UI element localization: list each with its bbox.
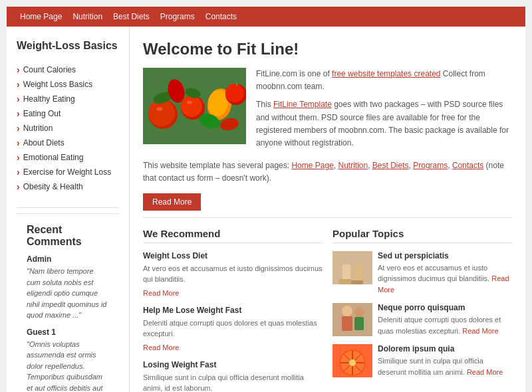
more-link-programs[interactable]: Programs [413,161,448,170]
popular-item-1: Sed ut perspiciatis At vero eos et accus… [332,251,512,296]
nav-nutrition[interactable]: Nutrition [72,12,102,21]
svg-rect-17 [332,251,372,284]
recommend-read-more-2[interactable]: Read More [143,343,179,351]
sidebar-item-weight-loss[interactable]: Weight Loss Basics [17,77,119,92]
svg-rect-24 [342,316,352,331]
sidebar-divider [17,207,119,208]
popular-title: Popular Topics [332,228,512,243]
sidebar-title: Weight-Loss Basics [17,40,119,54]
recommend-item-1: Weight Loss Diet At vero eos et accusamu… [143,251,323,298]
intro-link1[interactable]: free website templates created [332,69,440,78]
recommend-item-2: Help Me Lose Weight Fast Deleniti atque … [143,306,323,352]
intro-link2[interactable]: FitLine Template [273,100,332,109]
popular-thumb-2 [332,303,372,336]
comment-author-2: Guest 1 [27,328,109,337]
recommend-title: We Recommend [143,228,323,243]
intro-image [143,68,246,144]
recommend-col: We Recommend Weight Loss Diet At vero eo… [143,228,332,393]
more-info-before: This website template has several pages: [143,161,291,170]
bottom-sections: We Recommend Weight Loss Diet At vero eo… [143,217,512,393]
intro-text-before2: This [256,100,273,109]
popular-thumb-3 [332,344,372,377]
recent-comments-title: Recent Comments [27,224,109,248]
svg-rect-21 [351,280,363,284]
popular-content-2: Neque porro quisquam Deleniti atque corr… [378,303,512,336]
comment-text-1: "Nam libero tempore cum soluta nobis est… [27,266,109,321]
header: Home Page Nutrition Best Diets Programs … [7,7,525,27]
main-content: Weight-Loss Basics Count Calories Weight… [7,27,525,392]
intro-section: FitLine.com is one of free website templ… [143,68,512,149]
more-link-contacts[interactable]: Contacts [452,161,483,170]
sidebar-item-obesity[interactable]: Obesity & Health [17,179,119,194]
svg-point-16 [187,101,192,104]
popular-item-3: Dolorem ipsum quia Similique sunt in cul… [332,344,512,377]
popular-item-2: Neque porro quisquam Deleniti atque corr… [332,303,512,336]
nav-contacts[interactable]: Contacts [205,12,237,21]
more-link-home[interactable]: Home Page [291,161,333,170]
svg-point-15 [156,107,163,111]
recommend-item-text-2: Deleniti atque corrupti quos dolores et … [143,318,323,340]
popular-content-1: Sed ut perspiciatis At vero eos et accus… [378,251,512,296]
nav-home[interactable]: Home Page [20,12,62,21]
sidebar-item-count-calories[interactable]: Count Calories [17,62,119,77]
sidebar-item-emotional-eating[interactable]: Emotional Eating [17,150,119,165]
sidebar-item-eating-out[interactable]: Eating Out [17,106,119,121]
intro-text: FitLine.com is one of free website templ… [256,68,512,149]
svg-rect-26 [354,317,364,330]
more-link-nutrition[interactable]: Nutrition [338,161,368,170]
popular-item-text-1: At vero eos et accusamus et iusto dignis… [378,262,512,296]
popular-col: Popular Topics [332,228,512,393]
popular-read-more-2[interactable]: Read More [462,327,498,335]
intro-text-before1: FitLine.com is one of [256,69,332,78]
popular-item-title-3: Dolorem ipsum quia [378,344,512,353]
recommend-item-text-1: At vero eos et accusamus et iusto dignis… [143,263,323,285]
svg-point-13 [225,84,244,102]
header-nav: Home Page Nutrition Best Diets Programs … [20,12,237,21]
recommend-read-more-1[interactable]: Read More [143,289,179,297]
popular-thumb-1 [332,251,372,284]
recommend-item-title-2: Help Me Lose Weight Fast [143,306,323,315]
nav-best-diets[interactable]: Best Diets [113,12,150,21]
sidebar-item-exercise[interactable]: Exercise for Weight Loss [17,165,119,179]
more-info: This website template has several pages:… [143,159,512,185]
popular-read-more-3[interactable]: Read More [467,368,503,376]
nav-programs[interactable]: Programs [160,12,195,21]
more-link-best-diets[interactable]: Best Diets [372,161,409,170]
sidebar: Weight-Loss Basics Count Calories Weight… [7,27,130,392]
content-area: Welcome to Fit Line! [130,27,525,392]
popular-item-title-1: Sed ut perspiciatis [378,251,512,260]
svg-point-4 [181,96,202,117]
sidebar-item-healthy-eating[interactable]: Healthy Eating [17,92,119,106]
page-wrapper: Home Page Nutrition Best Diets Programs … [7,7,525,392]
popular-item-text-3: Similique sunt in culpa qui officia dese… [378,355,512,377]
recent-comments: Recent Comments Admin "Nam libero tempor… [17,213,119,392]
comment-text-2: "Omnis voluptas assumenda est ormis dolo… [27,339,109,393]
sidebar-item-about-diets[interactable]: About Diets [17,136,119,150]
recommend-item-text-3: Similique sunt in culpa qui officia dese… [143,372,323,393]
popular-item-title-2: Neque porro quisquam [378,303,512,312]
svg-point-23 [342,306,352,316]
popular-content-3: Dolorem ipsum quia Similique sunt in cul… [378,344,512,377]
comment-author-1: Admin [27,254,109,264]
popular-item-text-2: Deleniti atque corrupti quos dolores et … [378,314,512,336]
recommend-item-3: Losing Weight Fast Similique sunt in cul… [143,360,323,393]
read-more-button[interactable]: Read More [143,193,201,211]
svg-rect-20 [339,279,351,284]
recommend-item-title-1: Weight Loss Diet [143,251,323,260]
svg-point-34 [349,359,356,366]
svg-point-2 [148,100,175,126]
sidebar-item-nutrition[interactable]: Nutrition [17,121,119,136]
recommend-item-title-3: Losing Weight Fast [143,360,323,369]
sidebar-nav-list: Count Calories Weight Loss Basics Health… [17,62,119,194]
welcome-title: Welcome to Fit Line! [143,40,512,58]
svg-point-25 [354,308,364,317]
